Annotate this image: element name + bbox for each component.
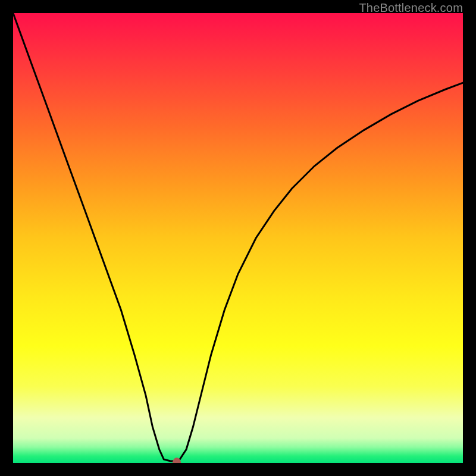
plot-area — [13, 13, 463, 463]
chart-container: TheBottleneck.com — [0, 0, 476, 476]
curve-path — [13, 13, 463, 461]
bottleneck-curve — [13, 13, 463, 463]
